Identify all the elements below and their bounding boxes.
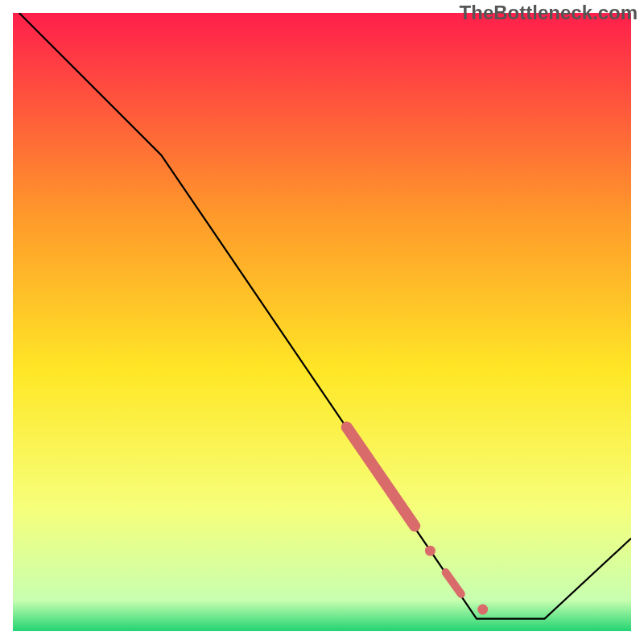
chart-svg bbox=[0, 0, 644, 644]
dot-1 bbox=[425, 546, 436, 556]
plot-background bbox=[13, 13, 631, 631]
watermark-text: TheBottleneck.com bbox=[460, 2, 638, 24]
chart-container: TheBottleneck.com bbox=[0, 0, 644, 644]
dot-3 bbox=[477, 605, 488, 615]
